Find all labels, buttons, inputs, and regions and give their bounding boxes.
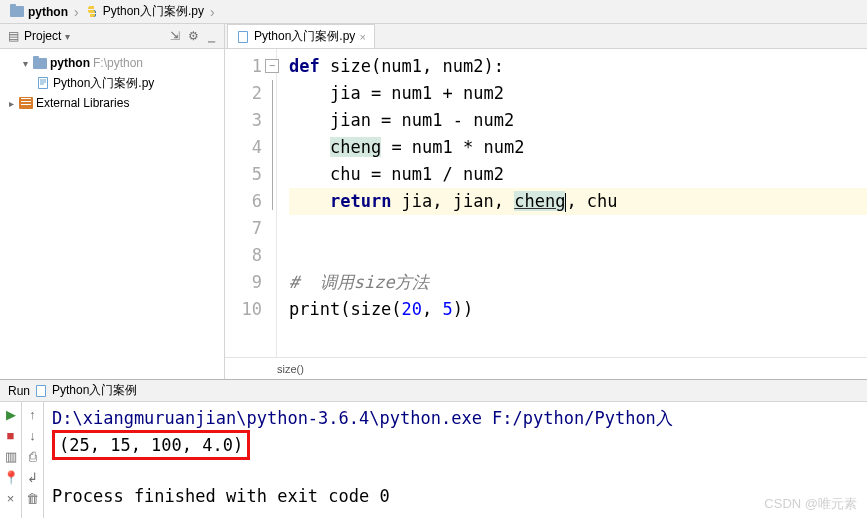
python-file-icon xyxy=(236,30,250,44)
line-gutter: 1 2 3 4 5 6 7 8 9 10 xyxy=(225,49,277,357)
stop-icon[interactable]: ■ xyxy=(3,427,19,443)
editor-tab-label: Python入门案例.py xyxy=(254,28,355,45)
fold-icon[interactable]: − xyxy=(265,59,279,73)
trash-icon[interactable]: 🗑 xyxy=(25,490,41,506)
up-icon[interactable]: ↑ xyxy=(25,406,41,422)
code-editor[interactable]: 1 2 3 4 5 6 7 8 9 10 −def size(num1, num… xyxy=(225,49,867,357)
code-text: , xyxy=(422,299,442,319)
svg-rect-4 xyxy=(239,32,247,42)
layout-icon[interactable]: ▥ xyxy=(3,448,19,464)
line-number: 1 xyxy=(225,53,262,80)
editor-tab[interactable]: Python入门案例.py × xyxy=(227,24,375,48)
code-text xyxy=(289,191,330,211)
close-icon[interactable]: × xyxy=(3,490,19,506)
chevron-right-icon: › xyxy=(208,4,217,20)
code-kw: def xyxy=(289,56,320,76)
down-icon[interactable]: ↓ xyxy=(25,427,41,443)
run-header-title: Python入门案例 xyxy=(52,382,137,399)
folder-icon xyxy=(10,6,24,17)
editor-tabs: Python入门案例.py × xyxy=(225,24,867,49)
tree-file-item[interactable]: Python入门案例.py xyxy=(0,73,224,93)
run-toolbar-left: ▶ ■ ▥ 📍 × xyxy=(0,402,22,518)
chevron-right-icon: › xyxy=(72,4,81,20)
code-text: cheng xyxy=(330,137,381,157)
project-header-label: Project xyxy=(24,29,61,43)
line-number: 10 xyxy=(225,296,262,323)
svg-rect-6 xyxy=(37,386,45,396)
code-text: , chu xyxy=(566,191,617,211)
project-header: ▤ Project ▾ ⇲ ⚙ ⎯ xyxy=(0,24,224,49)
console-result: (25, 15, 100, 4.0) xyxy=(59,433,243,457)
code-text: jia, jian, xyxy=(391,191,514,211)
line-number: 4 xyxy=(225,134,262,161)
run-header: Run Python入门案例 xyxy=(0,380,867,402)
expand-arrow-icon[interactable]: ▸ xyxy=(6,98,16,109)
project-root-name: python xyxy=(50,56,90,70)
line-number: 9 xyxy=(225,269,262,296)
console-output[interactable]: D:\xiangmuruanjian\python-3.6.4\python.e… xyxy=(44,402,867,518)
line-number: 2 xyxy=(225,80,262,107)
code-text: )) xyxy=(453,299,473,319)
external-libraries-label: External Libraries xyxy=(36,96,129,110)
library-icon xyxy=(19,97,33,109)
project-tool-window: ▤ Project ▾ ⇲ ⚙ ⎯ ▾ python F:\python Pyt… xyxy=(0,24,225,379)
console-exit-message: Process finished with exit code 0 xyxy=(52,484,859,508)
chevron-down-icon[interactable]: ▾ xyxy=(65,31,70,42)
editor-crumb[interactable]: size() xyxy=(277,363,304,375)
code-content[interactable]: −def size(num1, num2): jia = num1 + num2… xyxy=(277,49,867,357)
tree-file-label: Python入门案例.py xyxy=(53,75,154,92)
tree-project-root[interactable]: ▾ python F:\python xyxy=(0,53,224,73)
close-icon[interactable]: × xyxy=(359,31,365,43)
code-text: jian = num1 - num2 xyxy=(289,110,514,130)
line-number: 7 xyxy=(225,215,262,242)
editor-area: Python入门案例.py × 1 2 3 4 5 6 7 8 9 10 −de… xyxy=(225,24,867,379)
expand-arrow-icon[interactable]: ▾ xyxy=(20,58,30,69)
breadcrumb-file-label: Python入门案例.py xyxy=(103,3,204,20)
code-text: print(size( xyxy=(289,299,402,319)
code-text: = num1 * num2 xyxy=(381,137,524,157)
code-text: size(num1, num2): xyxy=(320,56,504,76)
breadcrumb-root[interactable]: python xyxy=(6,5,72,19)
wrap-icon[interactable]: ↲ xyxy=(25,469,41,485)
hide-icon[interactable]: ⎯ xyxy=(204,29,218,43)
code-kw: return xyxy=(330,191,391,211)
code-number: 5 xyxy=(443,299,453,319)
run-header-prefix: Run xyxy=(8,384,30,398)
project-root-path: F:\python xyxy=(93,56,143,70)
console-command: D:\xiangmuruanjian\python-3.6.4\python.e… xyxy=(52,406,859,430)
editor-crumb-bar: size() xyxy=(225,357,867,379)
line-number: 6 xyxy=(225,188,262,215)
run-toolbar-right: ↑ ↓ ⎙ ↲ 🗑 xyxy=(22,402,44,518)
python-file-icon xyxy=(34,384,48,398)
run-tool-window: Run Python入门案例 ▶ ■ ▥ 📍 × ↑ ↓ ⎙ ↲ 🗑 D:\xi… xyxy=(0,379,867,518)
export-icon[interactable]: ⎙ xyxy=(25,448,41,464)
project-view-icon[interactable]: ▤ xyxy=(6,29,20,43)
python-file-icon xyxy=(36,76,50,90)
highlighted-output: (25, 15, 100, 4.0) xyxy=(52,430,250,460)
collapse-icon[interactable]: ⇲ xyxy=(168,29,182,43)
project-tree: ▾ python F:\python Python入门案例.py ▸ Exter… xyxy=(0,49,224,117)
code-number: 20 xyxy=(402,299,422,319)
breadcrumb-file[interactable]: Python入门案例.py xyxy=(81,3,208,20)
code-text: chu = num1 / num2 xyxy=(289,164,504,184)
fold-guide xyxy=(272,80,286,210)
code-text: cheng xyxy=(514,191,565,211)
code-text xyxy=(289,137,330,157)
line-number: 8 xyxy=(225,242,262,269)
tree-external-libraries[interactable]: ▸ External Libraries xyxy=(0,93,224,113)
code-text: jia = num1 + num2 xyxy=(289,83,504,103)
breadcrumb-bar: python › Python入门案例.py › xyxy=(0,0,867,24)
line-number: 5 xyxy=(225,161,262,188)
python-file-icon xyxy=(85,5,99,19)
pin-icon[interactable]: 📍 xyxy=(3,469,19,485)
code-comment: # 调用size方法 xyxy=(289,272,429,292)
rerun-icon[interactable]: ▶ xyxy=(3,406,19,422)
folder-icon xyxy=(33,58,47,69)
breadcrumb-root-label: python xyxy=(28,5,68,19)
line-number: 3 xyxy=(225,107,262,134)
gear-icon[interactable]: ⚙ xyxy=(186,29,200,43)
